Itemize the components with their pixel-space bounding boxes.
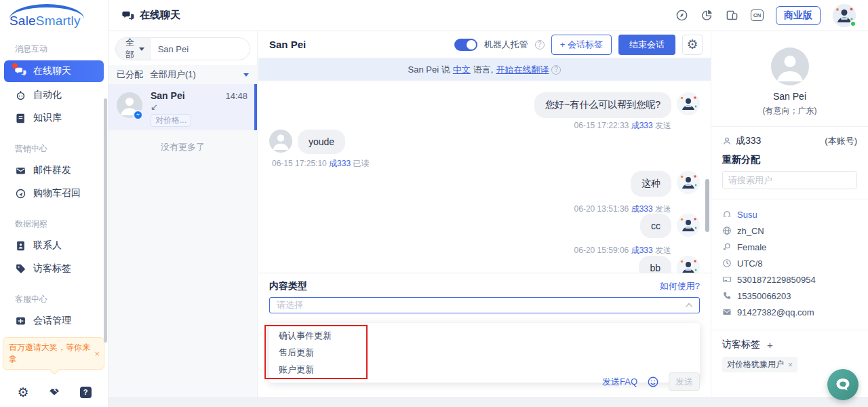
- sidebar-tools: [0, 385, 108, 399]
- sidebar-item-label: 邮件群发: [33, 164, 71, 176]
- sidebar-item-label: 会话管理: [33, 315, 71, 327]
- dropdown-option[interactable]: 确认事件更新: [269, 327, 700, 344]
- book-icon: [15, 113, 26, 124]
- mail-stack-icon: [15, 165, 26, 176]
- nav-section-label: 营销中心: [0, 140, 108, 159]
- search-input[interactable]: [151, 44, 250, 54]
- owner-row[interactable]: Susu: [722, 206, 857, 222]
- chat-bubbles-icon: [122, 9, 134, 22]
- add-tag-icon[interactable]: [767, 339, 773, 351]
- promo-banner[interactable]: 百万邀请大奖，等你来拿: [3, 337, 104, 370]
- nav-section-label: 客服中心: [0, 291, 108, 309]
- sidebar-item-label: 知识库: [33, 112, 62, 124]
- promo-text: 百万邀请大奖，等你来拿: [9, 342, 92, 365]
- select-placeholder: 请选择: [277, 299, 303, 311]
- messages-scrollbar[interactable]: [705, 179, 709, 232]
- how-to-use-link[interactable]: 如何使用?: [660, 280, 700, 292]
- chat-bubbles-icon: [15, 66, 26, 77]
- id-row: 5301872129850954: [722, 271, 857, 288]
- message-row: youde: [269, 130, 345, 154]
- chat-settings-button[interactable]: [682, 35, 703, 55]
- conversation-list-panel: 全部 已分配 全部用户(1) San Pei 14:48 对价格... 没有更多…: [108, 31, 258, 397]
- sidebar-item-visitor-tags[interactable]: 访客标签: [0, 257, 108, 280]
- self-account-badge: (本账号): [825, 135, 857, 147]
- chat-widget-button[interactable]: [827, 369, 859, 400]
- no-more-label: 没有更多了: [108, 141, 257, 153]
- message-bubble: 您好~有什么可以帮到您呢?: [534, 92, 671, 118]
- sidebar-scrollbar[interactable]: [104, 98, 107, 343]
- help-icon[interactable]: [79, 385, 92, 399]
- filter-all-dropdown[interactable]: 全部: [116, 38, 151, 60]
- globe-icon: [722, 226, 732, 235]
- sidebar-item-email-campaign[interactable]: 邮件群发: [0, 159, 108, 182]
- contact-info-list: Susu zh_CN Female UTC/8 5301872129850954…: [722, 206, 857, 320]
- contact-profile-panel: San Pei (有意向；广东) 成333 (本账号) 重新分配 请搜索用户 S…: [711, 31, 868, 397]
- session-grid-icon: [15, 315, 26, 327]
- sidebar-item-session-management[interactable]: 会话管理: [0, 309, 108, 332]
- reassign-search-input[interactable]: 请搜索用户: [722, 171, 857, 189]
- agent-name-link[interactable]: 成333: [631, 204, 653, 214]
- agent-name-link[interactable]: 成333: [329, 159, 351, 168]
- add-session-tag-button[interactable]: + 会话标签: [551, 35, 612, 55]
- language-link[interactable]: 中文: [453, 64, 471, 76]
- divider: [711, 199, 868, 199]
- help-circle-icon[interactable]: [535, 40, 545, 50]
- sidebar-item-contacts[interactable]: 联系人: [0, 234, 108, 257]
- message-bubble: youde: [298, 130, 345, 154]
- pie-chart-icon[interactable]: [701, 9, 713, 22]
- agent-avatar: [677, 92, 700, 115]
- start-translate-link[interactable]: 开始在线翻译: [496, 64, 549, 76]
- gender-icon: [722, 242, 732, 252]
- remove-tag-icon[interactable]: [788, 360, 793, 370]
- assigned-filter-row[interactable]: 已分配 全部用户(1): [108, 65, 257, 84]
- chat-panel: San Pei 机器人托管 + 会话标签 结束会话 San Pei 说 中文 语…: [258, 31, 711, 397]
- agent-name-link[interactable]: 成333: [631, 246, 653, 255]
- settings-gear-icon[interactable]: [16, 385, 30, 399]
- dropdown-option[interactable]: 售后更新: [269, 344, 700, 361]
- person-icon: [722, 136, 732, 146]
- close-icon[interactable]: [94, 349, 100, 359]
- profile-avatar: [771, 47, 809, 85]
- compass-icon[interactable]: [675, 9, 688, 22]
- content-type-select[interactable]: 请选择: [269, 297, 700, 313]
- sidebar-item-live-chat[interactable]: 在线聊天: [4, 60, 104, 82]
- caret-down-icon[interactable]: [243, 73, 249, 77]
- sidebar-item-label: 购物车召回: [33, 187, 81, 199]
- plan-button[interactable]: 商业版: [776, 6, 821, 25]
- bot-toggle[interactable]: [454, 39, 477, 51]
- sidebar-item-knowledge-base[interactable]: 知识库: [0, 106, 108, 130]
- user-avatar[interactable]: [833, 4, 856, 27]
- send-faq-link[interactable]: 发送FAQ: [602, 376, 637, 388]
- dropdown-options: 确认事件更新 售后更新 账户更新: [269, 323, 700, 378]
- send-button[interactable]: 发送: [669, 372, 700, 391]
- composer-footer: 发送FAQ 发送: [602, 372, 700, 391]
- devices-icon[interactable]: [726, 9, 738, 22]
- brand-logo[interactable]: SaleSmartly: [0, 0, 108, 30]
- search-pill: 全部: [115, 37, 250, 60]
- sidebar-item-cart-recall[interactable]: 购物车召回: [0, 182, 108, 205]
- chat-header: San Pei 机器人托管 + 会话标签 结束会话: [258, 31, 711, 58]
- contact-avatar: [269, 130, 292, 153]
- incoming-arrow-icon: [151, 102, 158, 112]
- help-circle-icon[interactable]: [551, 65, 561, 75]
- conversation-time: 14:48: [225, 91, 248, 101]
- conversation-item[interactable]: San Pei 14:48 对价格...: [108, 84, 257, 130]
- online-status-dot: [850, 20, 856, 27]
- app-window: SaleSmartly 消息互动 在线聊天 自动化 知识库 营销中心: [0, 0, 868, 407]
- end-session-button[interactable]: 结束会话: [618, 35, 675, 55]
- handshake-icon[interactable]: [47, 385, 61, 399]
- language-cn-icon[interactable]: CN: [751, 9, 764, 21]
- toggle-knob: [467, 40, 476, 50]
- sidebar-item-label: 自动化: [33, 89, 62, 101]
- sidebar-item-automation[interactable]: 自动化: [0, 83, 108, 106]
- visitor-tags-label: 访客标签: [722, 338, 760, 351]
- message-meta: 06-15 17:25:10 成333 已读: [272, 158, 369, 170]
- agent-name-link[interactable]: 成333: [631, 121, 653, 130]
- phone-icon: [722, 291, 732, 301]
- visitor-tag-chip[interactable]: 对价格犹豫用户: [722, 357, 797, 372]
- nav-section-label: 数据洞察: [0, 216, 108, 234]
- sidebar: SaleSmartly 消息互动 在线聊天 自动化 知识库 营销中心: [0, 0, 108, 407]
- message-bubble: bb: [639, 256, 671, 273]
- chat-contact-name: San Pei: [269, 39, 306, 50]
- emoji-icon[interactable]: [647, 376, 659, 388]
